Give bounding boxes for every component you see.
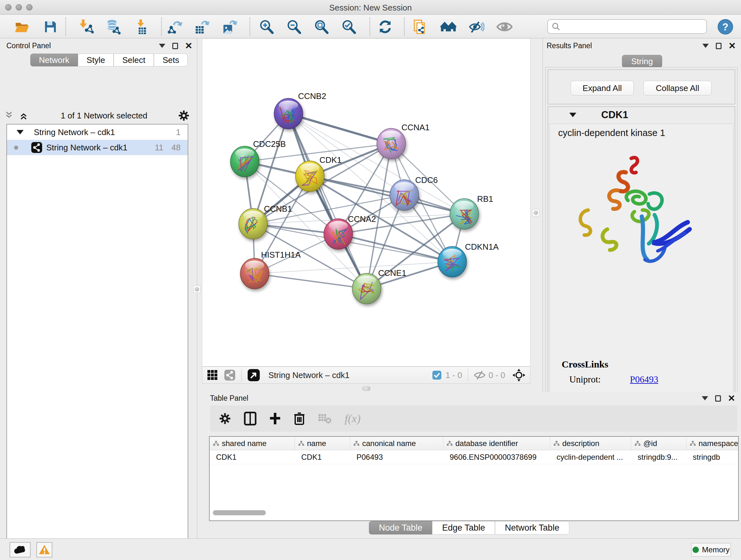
export-image-button[interactable] — [221, 19, 238, 35]
panel-collapse-icon[interactable] — [702, 396, 708, 400]
column-header-name[interactable]: name — [295, 437, 350, 450]
edge-hist1h1a-ccne1[interactable] — [255, 273, 367, 289]
import-table-file-button[interactable] — [134, 19, 150, 35]
node-label-cdkn1a: CDKN1A — [465, 242, 499, 252]
cloud-status-button[interactable] — [10, 542, 30, 557]
panel-close-icon[interactable]: ✕ — [729, 43, 736, 49]
tree-caret-icon[interactable] — [17, 130, 23, 134]
open-session-button[interactable] — [14, 19, 30, 35]
save-icon — [43, 19, 58, 35]
reset-zoom-button[interactable] — [377, 19, 393, 35]
string-home-button[interactable] — [441, 19, 456, 35]
edge-ccnb2-ccna1[interactable] — [288, 114, 391, 144]
tab-edge-table[interactable]: Edge Table — [432, 521, 495, 535]
network-row[interactable]: String Network – cdk1 11 48 — [7, 140, 188, 155]
zoom-fit-button[interactable] — [313, 19, 329, 35]
gene-caret-icon[interactable] — [569, 113, 576, 117]
node-rb1[interactable]: RB1 — [450, 194, 493, 229]
panel-collapse-icon[interactable] — [159, 44, 165, 48]
collapse-all-icon[interactable] — [4, 111, 15, 120]
node-hist1h1a[interactable]: HIST1H1A — [240, 250, 301, 289]
delete-table-icon[interactable] — [318, 413, 332, 424]
splitter-handle[interactable] — [362, 386, 370, 391]
export-table-button[interactable] — [194, 19, 210, 35]
manage-columns-icon[interactable] — [244, 412, 257, 426]
delete-column-icon[interactable] — [293, 412, 305, 425]
fit-selected-crosshair-icon[interactable] — [512, 368, 526, 382]
save-session-button[interactable] — [43, 19, 58, 35]
column-header-description[interactable]: description — [550, 437, 631, 450]
control-panel: Control Panel ✕ NetworkStyleSelectSets 1… — [0, 38, 197, 538]
memory-button[interactable]: Memory — [691, 543, 731, 557]
table-cell[interactable]: stringdb:9... — [631, 450, 686, 464]
glass-ball-effect-button[interactable] — [468, 19, 484, 35]
gray-eye-icon — [496, 19, 513, 35]
gear-icon[interactable] — [178, 110, 190, 121]
toolbar-search[interactable] — [547, 19, 707, 34]
tab-string[interactable]: String — [622, 55, 662, 68]
tab-style[interactable]: Style — [78, 54, 114, 66]
panel-float-icon[interactable] — [172, 43, 178, 49]
grid-view-icon[interactable] — [207, 369, 218, 381]
birdseye-view-icon[interactable] — [247, 369, 260, 381]
table-cell[interactable]: CDK1 — [295, 450, 350, 464]
table-cell[interactable]: P06493 — [350, 450, 443, 464]
node-ccna1[interactable]: CCNA1 — [377, 123, 429, 159]
node-table[interactable]: shared namenamecanonical namedatabase id… — [209, 436, 739, 521]
tab-network-table[interactable]: Network Table — [495, 521, 569, 535]
table-row[interactable]: CDK1CDK1P064939606.ENSP00000378699cyclin… — [210, 450, 738, 464]
enhanced-labels-button[interactable] — [496, 19, 513, 35]
add-column-icon[interactable] — [269, 412, 281, 425]
column-header--id[interactable]: @id — [631, 437, 686, 450]
column-header-label: @id — [643, 439, 657, 448]
horizontal-splitter[interactable] — [202, 385, 530, 392]
node-cdc25b[interactable]: CDC25B — [230, 139, 286, 177]
column-header-database-identifier[interactable]: database identifier — [443, 437, 550, 450]
crosslink-value-link[interactable]: P06493 — [630, 374, 658, 385]
tab-sets[interactable]: Sets — [154, 54, 188, 66]
zoom-out-button[interactable] — [286, 19, 302, 35]
edge-ccnb2-ccne1[interactable] — [288, 114, 367, 289]
node-cdkn1a[interactable]: CDKN1A — [438, 242, 499, 277]
network-collection-row[interactable]: String Network – cdk1 1 — [7, 125, 188, 140]
apply-function-button[interactable]: f(x) — [345, 412, 360, 425]
panel-float-icon[interactable] — [715, 395, 721, 401]
table-cell[interactable]: 9606.ENSP00000378699 — [443, 450, 550, 464]
gene-section-header[interactable]: CDK1 — [548, 107, 735, 123]
column-header-shared-name[interactable]: shared name — [210, 437, 295, 450]
help-button[interactable]: ? — [718, 19, 733, 35]
string-network-graph[interactable]: CCNB2CCNA1CDC25BCDK1CDC6RB1CCNB1CCNA2CDK… — [202, 39, 530, 366]
right-splitter-handle[interactable] — [532, 209, 539, 216]
network-canvas[interactable]: CCNB2CCNA1CDC25BCDK1CDC6RB1CCNB1CCNA2CDK… — [202, 38, 530, 367]
table-cell[interactable]: cyclin-dependent ... — [550, 450, 631, 464]
table-cell[interactable]: stringdb — [686, 450, 739, 464]
selected-checkbox-icon[interactable] — [432, 370, 442, 380]
warnings-button[interactable] — [37, 542, 52, 557]
tab-select[interactable]: Select — [114, 54, 154, 66]
search-input[interactable] — [563, 22, 700, 31]
share-document-button[interactable] — [412, 19, 428, 35]
panel-close-icon[interactable]: ✕ — [728, 395, 735, 401]
collapse-all-button[interactable]: Collapse All — [643, 81, 712, 96]
panel-collapse-icon[interactable] — [702, 44, 709, 48]
expand-all-button[interactable]: Expand All — [570, 81, 634, 96]
column-header-canonical-name[interactable]: canonical name — [350, 437, 443, 450]
table-settings-gear-icon[interactable] — [219, 413, 231, 425]
zoom-selected-button[interactable] — [341, 19, 357, 35]
horizontal-scrollbar[interactable] — [213, 510, 266, 515]
toolbar-separator — [369, 17, 370, 36]
export-network-button[interactable] — [167, 19, 183, 35]
panel-float-icon[interactable] — [716, 43, 722, 49]
column-header-namespace[interactable]: namespace — [686, 437, 739, 450]
tab-network[interactable]: Network — [30, 54, 78, 66]
import-network-file-button[interactable] — [78, 19, 94, 35]
left-splitter-handle[interactable] — [193, 286, 200, 293]
panel-close-icon[interactable]: ✕ — [185, 43, 192, 49]
expand-all-icon[interactable] — [19, 111, 30, 120]
zoom-in-button[interactable] — [259, 19, 274, 35]
import-network-database-button[interactable] — [105, 19, 121, 35]
node-cdk1[interactable]: CDK1 — [295, 155, 341, 192]
table-cell[interactable]: CDK1 — [210, 450, 295, 464]
tab-node-table[interactable]: Node Table — [369, 521, 432, 535]
network-share-gray-icon[interactable] — [224, 369, 235, 381]
